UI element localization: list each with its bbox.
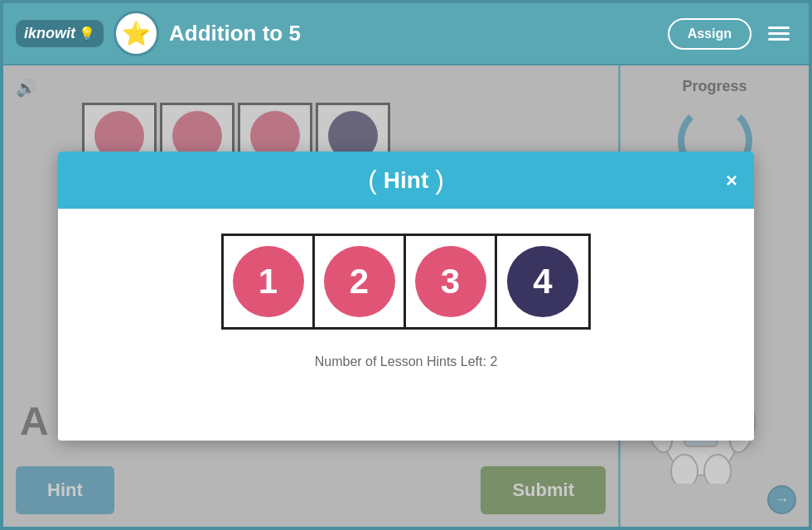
num-4-label: 4 <box>533 262 552 301</box>
num-circle-3: 3 <box>415 246 486 317</box>
number-box-4: 4 <box>497 236 588 327</box>
modal-body: 1 2 3 <box>58 209 754 441</box>
number-boxes-row: 1 2 3 <box>221 234 591 330</box>
lesson-title: Addition to 5 <box>169 21 658 46</box>
num-circle-1: 1 <box>233 246 304 317</box>
star-icon: ⭐ <box>122 20 151 47</box>
hints-left-text: Number of Lesson Hints Left: 2 <box>315 354 498 369</box>
modal-title: Hint <box>384 167 428 194</box>
app-container: iknowit 💡 ⭐ Addition to 5 Assign 🔊 <box>0 0 812 530</box>
bracket-left: ( <box>368 165 377 195</box>
num-2-label: 2 <box>350 262 369 301</box>
menu-button[interactable] <box>761 23 796 44</box>
num-circle-2: 2 <box>324 246 395 317</box>
menu-line-3 <box>768 38 790 41</box>
bracket-right: ) <box>435 165 444 195</box>
modal-close-button[interactable]: × <box>726 169 737 192</box>
logo-bulb-icon: 💡 <box>79 26 95 41</box>
num-1-label: 1 <box>259 262 278 301</box>
number-box-1: 1 <box>224 236 315 327</box>
number-box-3: 3 <box>406 236 497 327</box>
menu-line-2 <box>768 32 790 35</box>
star-badge: ⭐ <box>114 11 159 56</box>
assign-button[interactable]: Assign <box>668 18 752 50</box>
modal-overlay: ( Hint ) × 1 <box>3 65 809 527</box>
menu-line-1 <box>768 26 790 29</box>
num-3-label: 3 <box>441 262 460 301</box>
logo: iknowit 💡 <box>16 20 104 47</box>
hint-modal: ( Hint ) × 1 <box>58 152 754 441</box>
num-circle-4: 4 <box>507 246 578 317</box>
modal-title-wrapper: ( Hint ) <box>368 165 444 195</box>
header: iknowit 💡 ⭐ Addition to 5 Assign <box>3 3 809 65</box>
logo-text: iknowit <box>24 25 75 42</box>
main-content: 🔊 A Hint Submit <box>3 65 809 527</box>
number-box-2: 2 <box>315 236 406 327</box>
modal-header: ( Hint ) × <box>58 152 754 209</box>
